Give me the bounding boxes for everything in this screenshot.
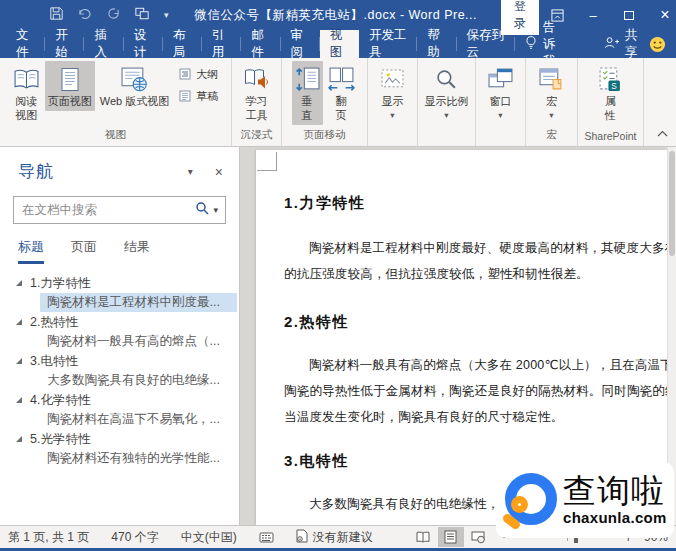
outline-view-label: 大纲	[196, 67, 218, 82]
editor-suggestions-icon	[296, 529, 308, 546]
watermark-name: 查询啦	[563, 474, 667, 509]
tab-layout[interactable]: 布局	[163, 30, 202, 58]
magnifier-icon	[435, 65, 458, 93]
doc-heading[interactable]: 1.力学特性	[284, 194, 667, 213]
svg-text:S: S	[611, 80, 617, 90]
read-mode-button[interactable]: 阅读视图	[10, 61, 43, 125]
sharepoint-properties-icon: S	[598, 65, 623, 93]
ribbon-group-window: 窗口 ▾	[476, 58, 526, 146]
word-count-status[interactable]: 470 个字	[111, 529, 158, 546]
window-title: 微信公众号【新精英充电站】.docx - Word Pre...	[195, 7, 477, 24]
tab-developer[interactable]: 开发工具	[359, 30, 417, 58]
print-layout-view-button[interactable]	[438, 527, 464, 547]
web-layout-button[interactable]: Web 版式视图	[97, 61, 172, 111]
nav-heading-label: 2.热特性	[30, 314, 78, 331]
print-layout-icon	[60, 65, 80, 93]
tell-me-button[interactable]: 告诉我	[515, 30, 578, 58]
group-label-window	[476, 141, 525, 146]
collapse-ribbon-icon[interactable]	[657, 123, 668, 141]
ribbon-group-page-movement: 垂直 翻页 页面移动	[282, 58, 368, 146]
vertical-button[interactable]: 垂直	[292, 61, 323, 125]
macros-icon	[539, 65, 564, 93]
doc-heading[interactable]: 2.热特性	[284, 313, 667, 332]
undo-icon[interactable]	[78, 8, 92, 23]
save-icon[interactable]	[50, 7, 63, 23]
doc-line[interactable]: 当温度发生变化时，陶瓷具有良好的尺寸稳定性。	[284, 404, 667, 430]
learning-tools-button[interactable]: 学习工具	[240, 61, 273, 125]
language-status[interactable]: 中文(中国)	[181, 529, 237, 546]
customize-quick-access-icon[interactable]: ▾	[164, 10, 169, 20]
search-icon[interactable]	[195, 201, 209, 219]
doc-line[interactable]: 陶瓷的导热性低于金属材料，陶瓷还是良好的隔热材料。同时陶瓷的线膨	[284, 378, 667, 404]
tab-design[interactable]: 设计	[124, 30, 163, 58]
minimize-button[interactable]: –	[575, 0, 611, 30]
nav-heading-label: 5.光学特性	[30, 431, 90, 448]
macro-recording-icon[interactable]	[259, 532, 274, 543]
print-layout-button[interactable]: 页面视图	[45, 61, 95, 111]
side-to-side-button[interactable]: 翻页	[325, 61, 358, 125]
expand-triangle-icon	[15, 435, 23, 443]
macros-label: 宏	[546, 95, 557, 109]
nav-tab-pages[interactable]: 页面	[71, 238, 97, 264]
window-dropdown-button[interactable]: 窗口 ▾	[485, 61, 516, 121]
tab-home[interactable]: 开始	[45, 30, 84, 58]
close-button[interactable]: ×	[647, 0, 676, 30]
nav-sub-item[interactable]: 陶瓷材料在高温下不易氧化，...	[40, 410, 237, 429]
tab-references[interactable]: 引用	[202, 30, 241, 58]
tab-file[interactable]: 文件	[6, 30, 45, 58]
quick-access-toolbar: ▾	[0, 7, 169, 23]
zoom-dropdown-button[interactable]: 显示比例 ▾	[422, 61, 472, 121]
group-label-zoom	[418, 141, 475, 146]
show-dropdown-button[interactable]: 显示 ▾	[378, 61, 407, 121]
nav-tab-headings[interactable]: 标题	[18, 238, 44, 264]
nav-sub-item[interactable]: 大多数陶瓷具有良好的电绝缘...	[40, 371, 237, 390]
draft-view-button[interactable]: 草稿	[179, 89, 218, 104]
web-layout-view-button[interactable]	[466, 527, 492, 547]
nav-tab-results[interactable]: 结果	[124, 238, 150, 264]
touch-mode-icon[interactable]	[135, 7, 149, 23]
nav-sub-item[interactable]: 陶瓷材料是工程材料中刚度最...	[40, 293, 237, 312]
window-icon	[488, 65, 513, 93]
navigation-tabs: 标题 页面 结果	[18, 238, 239, 264]
tab-mailings[interactable]: 邮件	[241, 30, 280, 58]
editor-suggestions-status[interactable]: 没有新建议	[296, 529, 373, 546]
search-input[interactable]	[14, 203, 195, 217]
nav-sub-item[interactable]: 陶瓷材料一般具有高的熔点（...	[40, 332, 237, 351]
tab-insert[interactable]: 插入	[84, 30, 123, 58]
doc-line[interactable]: 陶瓷材料一般具有高的熔点（大多在 2000℃以上），且在高温下具有极	[284, 352, 667, 378]
doc-line[interactable]: 陶瓷材料是工程材料中刚度最好、硬度最高的材料，其硬度大多在 15	[284, 235, 667, 261]
ribbon-group-macros: 宏 ▾ 宏	[526, 58, 578, 146]
search-options-icon[interactable]: ▾	[209, 205, 225, 215]
navigation-options-icon[interactable]: ▾	[188, 166, 193, 177]
scrollbar-thumb[interactable]	[669, 151, 675, 256]
doc-line[interactable]: 的抗压强度较高，但抗拉强度较低，塑性和韧性很差。	[284, 261, 667, 287]
feedback-smiley-icon[interactable]	[649, 30, 666, 58]
ribbon-group-views: 阅读视图 页面视图 Web 版式视图 大纲 草稿 视图	[0, 58, 232, 146]
vertical-label: 垂直	[301, 95, 314, 123]
tab-review[interactable]: 审阅	[281, 30, 320, 58]
properties-button[interactable]: S 属性	[595, 61, 626, 125]
macros-button[interactable]: 宏 ▾	[536, 61, 567, 121]
title-bar: ▾ 微信公众号【新精英充电站】.docx - Word Pre... 登录 – …	[0, 0, 676, 30]
nav-heading-item[interactable]: 3.电特性	[0, 351, 239, 371]
nav-heading-item[interactable]: 4.化学特性	[0, 390, 239, 410]
tab-help[interactable]: 帮助	[417, 30, 456, 58]
ribbon-group-zoom: 显示比例 ▾	[418, 58, 476, 146]
maximize-button[interactable]	[611, 0, 647, 30]
nav-heading-item[interactable]: 5.光学特性	[0, 429, 239, 449]
side-to-side-label: 翻页	[335, 95, 348, 123]
nav-sub-item[interactable]: 陶瓷材料还有独特的光学性能...	[40, 449, 237, 468]
tab-save-to-cloud[interactable]: 保存到云	[457, 30, 515, 58]
redo-icon[interactable]	[107, 7, 120, 23]
navigation-close-icon[interactable]: ×	[215, 164, 223, 180]
lightbulb-icon	[525, 35, 537, 53]
page-number-status[interactable]: 第 1 页, 共 1 页	[8, 529, 89, 546]
share-button[interactable]: 共享	[594, 30, 649, 58]
nav-heading-item[interactable]: 1.力学特性	[0, 273, 239, 293]
web-layout-label: Web 版式视图	[100, 95, 169, 109]
outline-view-button[interactable]: 大纲	[179, 67, 218, 82]
read-mode-view-button[interactable]	[410, 527, 436, 547]
nav-heading-item[interactable]: 2.热特性	[0, 312, 239, 332]
show-icon	[381, 65, 404, 93]
tab-view[interactable]: 视图	[320, 30, 359, 58]
